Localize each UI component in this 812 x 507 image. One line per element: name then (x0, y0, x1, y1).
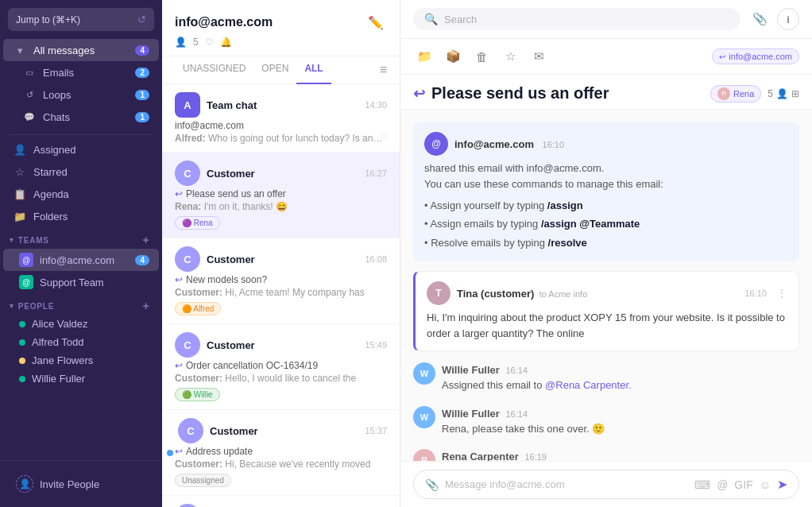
customer-4-name: Customer (210, 425, 365, 437)
person-alice[interactable]: Alice Valdez (3, 315, 159, 333)
system-message: @ info@acme.com 16:10 shared this email … (413, 122, 799, 261)
conv-customer-4[interactable]: C Customer 15:37 ↩ Address update Custom… (162, 410, 400, 496)
team-chat-star[interactable]: ☆ (380, 131, 389, 142)
chats-item[interactable]: 💬 Chats 1 (3, 106, 159, 128)
attachment-button[interactable]: 📎 (748, 8, 771, 30)
participants-num: 5 (768, 88, 773, 99)
chats-label: Chats (43, 111, 135, 123)
folders-label: Folders (33, 211, 149, 223)
sys-share-text: shared this email with info@acme.com. (424, 162, 604, 174)
gif-tool-icon[interactable]: GIF (734, 478, 752, 491)
inbox-tag: ↩ info@acme.com (712, 48, 799, 64)
willie-name: Willie Fuller (32, 373, 85, 385)
subject-4-icon: ↩ (175, 446, 183, 457)
starred-item[interactable]: ☆ Starred (3, 161, 159, 183)
tag-rena: 🟣 Rena (175, 216, 220, 230)
search-bar[interactable]: 🔍 (413, 8, 740, 30)
messages-area: @ info@acme.com 16:10 shared this email … (400, 110, 812, 461)
customer-5-avatar: C (175, 504, 200, 507)
customer-2-subject: ↩ New models soon? (175, 274, 387, 285)
customer-4-tags: Unassigned (175, 474, 387, 487)
teams-header-label: TEAMS (18, 236, 49, 245)
subject-2-icon: ↩ (175, 274, 183, 285)
willie-assign-text: Willie Fuller 16:14 Assigned this email … (442, 364, 632, 391)
willie-assign-time: 16:14 (505, 366, 528, 375)
tab-open[interactable]: OPEN (253, 56, 296, 84)
assigned-item[interactable]: 👤 Assigned (3, 138, 159, 161)
tab-unassigned[interactable]: UNASSIGNED (175, 56, 253, 84)
alfred-status-dot (19, 339, 25, 346)
folder-button[interactable]: 📁 (413, 45, 435, 68)
teams-add-button[interactable]: + (140, 234, 153, 246)
all-messages-item[interactable]: ▾ All messages 4 (3, 39, 159, 61)
filter-button[interactable]: ≡ (380, 56, 387, 83)
conversation-tabs: UNASSIGNED OPEN ALL ≡ (162, 56, 400, 84)
compose-button[interactable]: ✏️ (365, 11, 387, 33)
starred-label: Starred (33, 166, 149, 178)
format-tool-icon[interactable]: ⌨ (694, 478, 710, 491)
assigned-text: Assigned this email to (442, 379, 542, 391)
customer-1-preview: Rena: I'm on it, thanks! 😄 (175, 201, 387, 212)
star-button[interactable]: ☆ (499, 45, 521, 68)
person-alfred[interactable]: Alfred Todd (3, 333, 159, 351)
customer-1-time: 16:27 (365, 168, 387, 178)
conv-team-chat[interactable]: A Team chat 14:30 info@acme.com Alfred: … (162, 84, 400, 153)
loops-icon: ↺ (22, 87, 37, 102)
divider-1 (10, 134, 153, 135)
willie-message-activity: W Willie Fuller 16:14 Rena, please take … (413, 404, 799, 438)
team-support[interactable]: @ Support Team (3, 271, 159, 293)
subject-3-icon: ↩ (175, 360, 183, 371)
agenda-item[interactable]: 📋 Agenda (3, 183, 159, 205)
trash-button[interactable]: 🗑 (470, 45, 493, 68)
chats-badge: 1 (135, 112, 149, 122)
team-support-icon: @ (19, 275, 33, 289)
alice-name: Alice Valdez (32, 318, 88, 330)
person-jane[interactable]: Jane Flowers (3, 351, 159, 370)
emails-item[interactable]: ▭ Emails 2 (3, 61, 159, 83)
mention-tool-icon[interactable]: @ (717, 478, 728, 491)
customer-to: to Acme info (539, 289, 588, 299)
sys-cmd-2: • Assign emails by typing /assign @Teamm… (424, 215, 788, 233)
rena-avatar: R (413, 449, 435, 461)
person-willie[interactable]: Willie Fuller (3, 370, 159, 388)
emoji-tool-icon[interactable]: ☺ (760, 478, 771, 491)
loops-item[interactable]: ↺ Loops 1 (3, 83, 159, 106)
invite-people-button[interactable]: 👤 Invite People (8, 469, 154, 499)
participants-icon: 👤 (776, 88, 788, 99)
search-input[interactable] (444, 14, 729, 25)
email-detail-panel: 🔍 📎 i 📁 📦 🗑 ☆ ✉ ↩ info@acme.com (400, 0, 812, 507)
customer-msg-text: Hi, I'm inquiring about the product XOPY… (427, 310, 787, 341)
mark-button[interactable]: ✉ (528, 45, 550, 68)
customer-from: Tina (customer) (457, 288, 534, 300)
nav-section: ▾ All messages 4 ▭ Emails 2 ↺ Loops 1 💬 … (0, 36, 162, 131)
willie-msg-time: 16:14 (505, 409, 528, 419)
sys-time: 16:10 (543, 140, 565, 149)
emails-badge: 2 (135, 68, 149, 78)
customer-2-tags: 🟠 Alfred (175, 302, 387, 315)
right-header-right: 📎 i (748, 8, 799, 30)
team-info-acme[interactable]: @ info@acme.com 4 (3, 249, 159, 271)
archive-button[interactable]: 📦 (442, 45, 464, 68)
conv-customer-1[interactable]: C Customer 16:27 ↩ Please send us an off… (162, 153, 400, 238)
info-button[interactable]: i (777, 8, 799, 30)
folders-item[interactable]: 📁 Folders (3, 205, 159, 227)
customer-msg-menu[interactable]: ⋮ (776, 287, 787, 300)
attachment-tool-icon[interactable]: 📎 (425, 478, 439, 491)
email-meta: R Rena 5 👤 ⊞ (710, 85, 799, 103)
teams-expand-icon: ▾ (10, 236, 14, 244)
expand-participants-icon[interactable]: ⊞ (791, 88, 799, 99)
inbox-tag-icon: ↩ (719, 52, 725, 61)
people-add-button[interactable]: + (140, 300, 153, 312)
send-button[interactable]: ➤ (777, 477, 787, 492)
customer-2-time: 16:08 (365, 254, 387, 264)
conv-customer-5[interactable]: C Customer 15:25 ↩ Payment issues Custom… (162, 496, 400, 507)
jump-to-button[interactable]: Jump to (⌘+K) ↺ (8, 8, 154, 31)
conv-customer-2[interactable]: C Customer 16:08 ↩ New models soon? Cust… (162, 238, 400, 324)
customer-1-tags: 🟣 Rena (175, 216, 387, 230)
sidebar-bottom: 👤 Invite People (0, 460, 162, 507)
assigned-icon: 👤 (13, 142, 27, 157)
conv-customer-3[interactable]: C Customer 15:49 ↩ Order cancellation OC… (162, 324, 400, 410)
message-input[interactable] (445, 478, 688, 490)
customer-2-name: Customer (207, 254, 365, 265)
tab-all[interactable]: ALL (296, 56, 331, 84)
